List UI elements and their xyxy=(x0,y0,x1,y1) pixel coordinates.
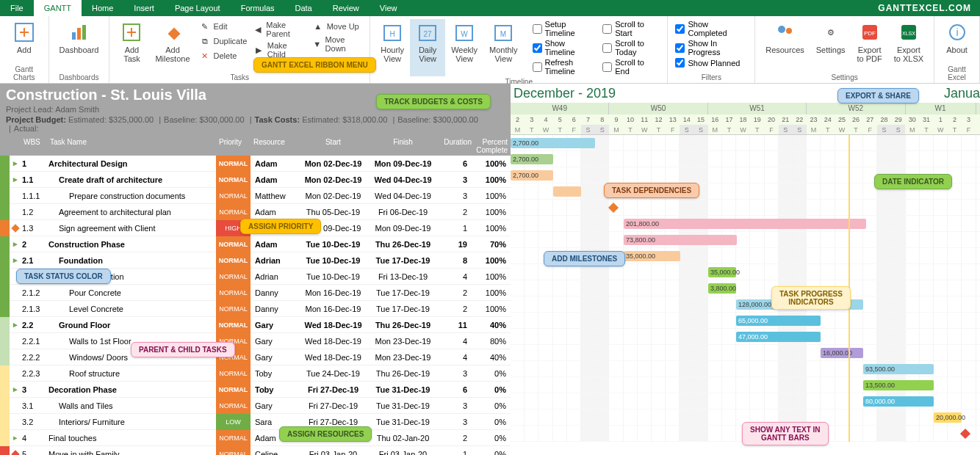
task-row[interactable]: 1.1.1Prepare construction documentsNORMA… xyxy=(0,188,511,204)
task-row[interactable]: 5Move in with FamilyNORMALCelineFri 03-J… xyxy=(0,446,511,455)
menu-tab-review[interactable]: Review xyxy=(323,0,370,16)
task-row[interactable]: 2.1.2Pour ConcreteNORMALDannyMon 16-Dec-… xyxy=(0,285,511,301)
gantt-bar[interactable]: 65,000.00 xyxy=(736,316,821,326)
menu-tab-view[interactable]: View xyxy=(370,0,408,16)
export-xlsx-button[interactable]: XLSXExport to XLSX xyxy=(888,19,929,65)
menu-tab-gantt[interactable]: GANTT xyxy=(34,0,82,16)
gantt-bar[interactable]: 80,000.00 xyxy=(863,396,934,407)
about-button[interactable]: iAbout xyxy=(939,19,975,56)
priority-cell[interactable]: NORMAL xyxy=(216,301,251,317)
duplicate-button[interactable]: ⧉Duplicate xyxy=(196,34,251,48)
priority-cell[interactable]: NORMAL xyxy=(216,204,251,220)
priority-cell[interactable]: NORMAL xyxy=(216,398,251,414)
gantt-bar[interactable]: 16,000.00 xyxy=(821,348,863,358)
resource-cell[interactable]: Adrian xyxy=(251,272,298,281)
resource-cell[interactable]: Adam xyxy=(251,175,298,184)
menu-tab-insert[interactable]: Insert xyxy=(123,0,165,16)
weekly-view-button[interactable]: WWeekly View xyxy=(445,19,483,76)
milestone-marker[interactable] xyxy=(960,429,970,439)
gantt-bar[interactable]: 3,800.00 xyxy=(708,283,736,294)
resource-cell[interactable]: Danny xyxy=(251,305,298,313)
resource-cell[interactable]: Sara xyxy=(251,418,298,426)
gantt-bar[interactable]: 73,800.00 xyxy=(624,235,737,245)
resource-cell[interactable]: Adam xyxy=(251,159,298,168)
milestone-marker[interactable] xyxy=(608,203,619,213)
task-row[interactable]: ▸2.2Ground FloorNORMALGaryWed 18-Dec-19T… xyxy=(0,317,511,333)
task-row[interactable]: 2.2.1Walls to 1st FloorNORMALGaryWed 18-… xyxy=(0,333,511,349)
resource-cell[interactable]: Gary xyxy=(251,401,298,410)
gantt-bar[interactable] xyxy=(553,186,581,197)
priority-cell[interactable]: LOW xyxy=(216,414,251,430)
menu-tab-data[interactable]: Data xyxy=(285,0,323,16)
menu-tab-home[interactable]: Home xyxy=(82,0,123,16)
priority-cell[interactable]: NORMAL xyxy=(216,317,251,333)
scroll-start-button[interactable]: Scroll to Start xyxy=(599,19,663,38)
priority-cell[interactable]: NORMAL xyxy=(216,430,251,446)
show-in-progress-checkbox[interactable]: Show In Progress xyxy=(672,38,750,57)
priority-cell[interactable]: NORMAL xyxy=(216,269,251,285)
priority-cell[interactable]: NORMAL xyxy=(216,285,251,301)
settings-button[interactable]: ⚙Settings xyxy=(810,19,851,65)
task-row[interactable]: ▸2.1FoundationNORMALAdrianTue 10-Dec-19T… xyxy=(0,252,511,269)
resource-cell[interactable]: Gary xyxy=(251,337,298,346)
gantt-bar[interactable]: 93,500.00 xyxy=(863,364,934,374)
task-row[interactable]: 1.2Agreement to architectural planNORMAL… xyxy=(0,204,511,220)
gantt-bar[interactable]: 2,700.00 xyxy=(511,138,595,148)
priority-cell[interactable]: NORMAL xyxy=(216,188,251,204)
priority-cell[interactable]: NORMAL xyxy=(216,156,251,172)
gantt-bar[interactable]: 13,500.00 xyxy=(863,380,934,390)
resource-cell[interactable]: Celine xyxy=(251,450,298,456)
task-row[interactable]: ▸3Decoration PhaseNORMALTobyFri 27-Dec-1… xyxy=(0,382,511,398)
priority-cell[interactable]: NORMAL xyxy=(216,365,251,382)
refresh-timeline-checkbox[interactable]: Refresh Timeline xyxy=(530,57,600,76)
gantt-bar[interactable]: 35,000.00 xyxy=(624,251,680,261)
task-row[interactable]: ▸4Final touchesNORMALAdamWed 01-Jan-20Th… xyxy=(0,430,511,446)
delete-button[interactable]: ✕Delete xyxy=(196,48,251,63)
gantt-bar[interactable]: 201,800.00 xyxy=(624,219,866,229)
scroll-end-button[interactable]: Scroll to End xyxy=(599,57,663,76)
move-up-button[interactable]: ▲Move Up xyxy=(309,19,365,34)
add-task-button[interactable]: Add Task xyxy=(114,19,149,65)
priority-cell[interactable]: NORMAL xyxy=(216,172,251,188)
edit-button[interactable]: ✎Edit xyxy=(196,19,251,34)
scroll-today-button[interactable]: Scroll to Today xyxy=(599,38,663,57)
resource-cell[interactable]: Toby xyxy=(251,369,298,378)
show-timeline-checkbox[interactable]: Show Timeline xyxy=(530,38,600,57)
add-milestone-button[interactable]: Add Milestone xyxy=(149,19,195,65)
resource-cell[interactable]: Adam xyxy=(251,208,298,216)
resource-cell[interactable]: Toby xyxy=(251,385,298,394)
task-row[interactable]: 2.2.2Windows/ DoorsNORMALGaryWed 18-Dec-… xyxy=(0,349,511,365)
hourly-view-button[interactable]: HHourly View xyxy=(375,19,410,76)
gantt-bar[interactable]: 35,000.00 xyxy=(708,267,736,277)
task-row[interactable]: ▸1Architectural DesignNORMALAdamMon 02-D… xyxy=(0,156,511,172)
gantt-bar[interactable]: 47,000.00 xyxy=(736,332,821,342)
priority-cell[interactable]: NORMAL xyxy=(216,236,251,252)
priority-cell[interactable]: NORMAL xyxy=(216,252,251,269)
resource-cell[interactable]: Gary xyxy=(251,321,298,330)
gantt-bar[interactable]: 20,000.00 xyxy=(934,412,962,423)
task-row[interactable]: 2.1.3Level ConcreteNORMALDannyMon 16-Dec… xyxy=(0,301,511,317)
resource-cell[interactable]: Adam xyxy=(251,240,298,249)
priority-cell[interactable]: NORMAL xyxy=(216,446,251,456)
monthly-view-button[interactable]: MMonthly View xyxy=(483,19,524,76)
resource-cell[interactable]: Matthew xyxy=(251,192,298,200)
daily-view-button[interactable]: 27Daily View xyxy=(410,19,445,76)
show-planned-checkbox[interactable]: Show Planned xyxy=(672,57,750,68)
show-completed-checkbox[interactable]: Show Completed xyxy=(672,19,750,38)
task-row[interactable]: ▸2Construction PhaseNORMALAdamTue 10-Dec… xyxy=(0,236,511,252)
dashboard-button[interactable]: Dashboard xyxy=(54,19,105,56)
menu-tab-page-layout[interactable]: Page Layout xyxy=(165,0,231,16)
gantt-bar[interactable]: 2,700.00 xyxy=(511,154,553,164)
export-pdf-button[interactable]: PDFExport to PDF xyxy=(851,19,888,65)
menu-tab-formulas[interactable]: Formulas xyxy=(231,0,285,16)
gantt-bar[interactable]: 2,700.00 xyxy=(511,170,553,181)
resource-cell[interactable]: Adrian xyxy=(251,256,298,265)
make-parent-button[interactable]: ◀Make Parent xyxy=(250,19,309,40)
task-row[interactable]: 2.2.3Roof structureNORMALTobyTue 24-Dec-… xyxy=(0,365,511,382)
task-row[interactable]: ▸1.1Create draft of architectureNORMALAd… xyxy=(0,172,511,188)
task-row[interactable]: 3.2Interiors/ FurnitureLOWSaraFri 27-Dec… xyxy=(0,414,511,430)
task-row[interactable]: 3.1Walls and TilesNORMALGaryFri 27-Dec-1… xyxy=(0,398,511,414)
setup-timeline-checkbox[interactable]: Setup Timeline xyxy=(530,19,600,38)
menu-tab-file[interactable]: File xyxy=(0,0,34,16)
add-button[interactable]: Add xyxy=(4,19,44,56)
